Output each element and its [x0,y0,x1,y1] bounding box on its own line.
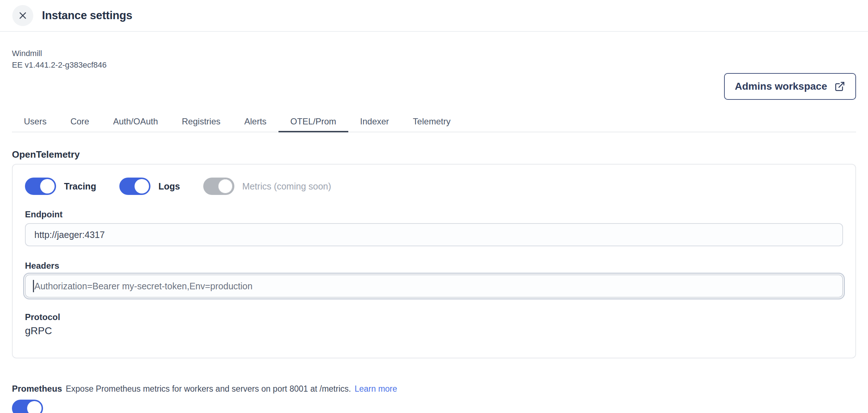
tab-otel-prom[interactable]: OTEL/Prom [278,112,348,132]
tab-alerts[interactable]: Alerts [232,112,278,132]
logs-toggle[interactable] [119,178,150,195]
metrics-toggle [203,178,234,195]
prometheus-toggle[interactable] [12,400,43,413]
logs-toggle-label: Logs [158,181,180,192]
toggle-knob [27,401,42,413]
text-cursor [33,280,34,292]
toggle-knob [135,179,149,193]
app-version: EE v1.441.2-2-g383ecf846 [12,59,856,71]
headers-label: Headers [25,261,843,271]
protocol-value: gRPC [25,325,843,337]
prometheus-section: Prometheus Expose Prometheus metrics for… [12,384,856,394]
toggle-knob [218,179,233,193]
app-version-block: Windmill EE v1.441.2-2-g383ecf846 [12,48,856,71]
metrics-toggle-group: Metrics (coming soon) [203,178,331,195]
admins-workspace-label: Admins workspace [735,81,827,92]
tab-telemetry[interactable]: Telemetry [401,112,463,132]
tab-auth-oauth[interactable]: Auth/OAuth [101,112,170,132]
tracing-toggle-group: Tracing [25,178,96,195]
prometheus-heading: Prometheus [12,384,62,394]
opentelemetry-heading: OpenTelemetry [12,149,856,160]
endpoint-label: Endpoint [25,209,843,220]
tracing-toggle-label: Tracing [64,181,96,192]
admins-workspace-button[interactable]: Admins workspace [724,73,856,100]
protocol-label: Protocol [25,312,843,322]
close-icon [18,11,27,20]
tracing-toggle[interactable] [25,178,56,195]
endpoint-input[interactable] [25,223,843,246]
app-name: Windmill [12,48,856,59]
opentelemetry-card: Tracing Logs Metrics (coming soon) Endpo… [12,164,856,358]
tab-indexer[interactable]: Indexer [348,112,401,132]
external-link-icon [834,81,845,92]
tab-core[interactable]: Core [59,112,101,132]
settings-tabs: Users Core Auth/OAuth Registries Alerts … [12,112,856,132]
logs-toggle-group: Logs [119,178,180,195]
headers-input[interactable] [25,274,843,298]
metrics-toggle-label: Metrics (coming soon) [242,181,331,192]
close-button[interactable] [12,5,33,26]
page-title: Instance settings [42,9,132,22]
toggle-knob [40,179,55,193]
tab-users[interactable]: Users [12,112,59,132]
header-bar: Instance settings [0,0,868,32]
tab-registries[interactable]: Registries [170,112,233,132]
learn-more-link[interactable]: Learn more [354,384,397,394]
prometheus-description: Expose Prometheus metrics for workers an… [66,384,351,394]
